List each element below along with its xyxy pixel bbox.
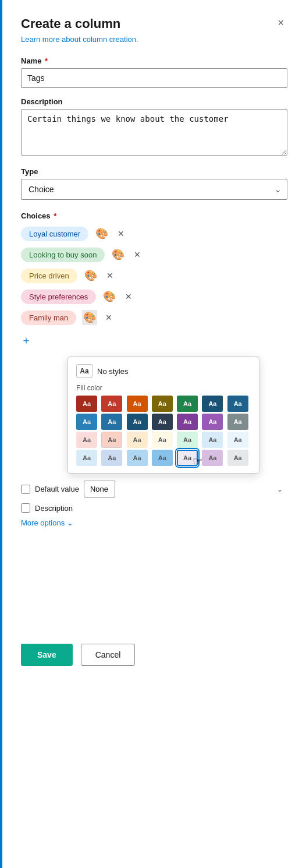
color-swatch[interactable]: Aa — [127, 432, 148, 448]
description-label: Description — [21, 97, 287, 106]
learn-more-link[interactable]: Learn more about column creation. — [21, 35, 287, 44]
no-style-badge[interactable]: Aa — [76, 364, 92, 378]
default-value-row: Default value None ⌄ — [21, 481, 287, 497]
name-label: Name * — [21, 57, 287, 65]
create-column-panel: Create a column × Learn more about colum… — [0, 0, 306, 868]
no-style-label: No styles — [97, 367, 128, 376]
default-select-wrapper: None ⌄ — [84, 481, 287, 497]
color-swatch[interactable]: Aa — [177, 396, 198, 412]
color-swatch[interactable]: Aa — [101, 396, 122, 412]
color-grid-row3: Aa Aa Aa Aa Aa Aa Aa — [76, 432, 251, 448]
color-swatch[interactable]: Aa — [76, 450, 97, 466]
type-select-wrapper: Choice Text Number Date ⌄ — [21, 179, 287, 200]
color-swatch[interactable]: Aa — [227, 450, 248, 466]
color-grid-row4: Aa Aa Aa Aa Aa Aa Aa — [76, 450, 251, 466]
choice-row: Family man 🎨 ✕ — [21, 310, 287, 325]
color-swatch[interactable]: Aa — [127, 396, 148, 412]
more-options-label: More options — [21, 518, 65, 527]
fill-color-label: Fill color — [76, 384, 251, 392]
color-swatch[interactable]: Aa — [227, 396, 248, 412]
palette-icon[interactable]: 🎨 — [94, 226, 109, 241]
choices-label: Choices * — [21, 211, 287, 220]
choice-row: Style preferences 🎨 ✕ — [21, 289, 287, 304]
color-swatch[interactable]: Aa — [76, 432, 97, 448]
type-select[interactable]: Choice Text Number Date — [21, 179, 287, 200]
choice-tag: Looking to buy soon — [21, 248, 105, 262]
color-swatch-selected[interactable]: Aa — [177, 450, 198, 466]
palette-icon-active[interactable]: 🎨 — [82, 310, 97, 325]
cancel-button[interactable]: Cancel — [81, 644, 136, 666]
color-swatch[interactable]: Aa — [152, 396, 173, 412]
color-swatch[interactable]: Aa — [202, 396, 223, 412]
default-value-label: Default value — [35, 485, 79, 493]
color-swatch[interactable]: Aa — [152, 414, 173, 430]
default-select-chevron-icon: ⌄ — [277, 485, 283, 493]
remove-choice-button[interactable]: ✕ — [123, 291, 134, 302]
description-checkbox-row: Description — [21, 503, 287, 513]
color-swatch[interactable]: Aa — [227, 432, 248, 448]
description-checkbox-label: Description — [35, 504, 73, 513]
choice-row: Loyal customer 🎨 ✕ — [21, 226, 287, 241]
color-swatch[interactable]: Aa — [202, 414, 223, 430]
palette-icon[interactable]: 🎨 — [83, 268, 98, 283]
name-input[interactable] — [21, 68, 287, 88]
panel-title: Create a column — [21, 16, 120, 31]
type-label: Type — [21, 167, 287, 176]
more-options-chevron-icon: ⌄ — [67, 518, 73, 527]
palette-icon[interactable]: 🎨 — [102, 289, 117, 304]
color-swatch[interactable]: Aa — [76, 396, 97, 412]
save-button[interactable]: Save — [21, 644, 73, 666]
close-button[interactable]: × — [274, 16, 287, 29]
color-swatch[interactable]: Aa — [177, 414, 198, 430]
choice-tag: Style preferences — [21, 290, 96, 304]
remove-choice-button[interactable]: ✕ — [115, 228, 127, 239]
color-swatch[interactable]: Aa — [127, 450, 148, 466]
color-swatch[interactable]: Aa — [127, 414, 148, 430]
remove-choice-button[interactable]: ✕ — [131, 249, 143, 260]
add-icon: ＋ — [21, 333, 31, 347]
color-swatch[interactable]: Aa — [101, 450, 122, 466]
default-value-checkbox[interactable] — [21, 485, 30, 494]
choice-row: Price driven 🎨 ✕ — [21, 268, 287, 283]
color-swatch[interactable]: Aa — [101, 414, 122, 430]
color-grid-row2: Aa Aa Aa Aa Aa Aa Aa — [76, 414, 251, 430]
no-style-row: Aa No styles — [76, 364, 251, 378]
add-choice-row[interactable]: ＋ — [21, 333, 287, 347]
color-swatch[interactable]: Aa — [152, 450, 173, 466]
footer-buttons: Save Cancel — [21, 644, 287, 666]
color-swatch[interactable]: Aa — [227, 414, 248, 430]
color-grid-row1: Aa Aa Aa Aa Aa Aa Aa — [76, 396, 251, 412]
description-checkbox[interactable] — [21, 503, 30, 513]
more-options-row[interactable]: More options ⌄ — [21, 518, 287, 527]
description-textarea[interactable]: Certain things we know about the custome… — [21, 109, 287, 156]
panel-header: Create a column × — [21, 16, 287, 31]
footer-section: Save Cancel — [21, 644, 287, 666]
remove-choice-button[interactable]: ✕ — [103, 312, 115, 323]
color-picker-popup: Aa No styles Fill color Aa Aa Aa Aa Aa A… — [67, 357, 259, 474]
choice-row: Looking to buy soon 🎨 ✕ — [21, 247, 287, 262]
choice-tag: Family man — [21, 310, 76, 325]
color-swatch[interactable]: Aa — [202, 432, 223, 448]
color-swatch[interactable]: Aa — [177, 432, 198, 448]
color-swatch[interactable]: Aa — [152, 432, 173, 448]
color-swatch[interactable]: Aa — [76, 414, 97, 430]
choices-section: Choices * Loyal customer 🎨 ✕ Looking to … — [21, 211, 287, 325]
choice-tag: Loyal customer — [21, 227, 88, 241]
remove-choice-button[interactable]: ✕ — [104, 270, 116, 281]
color-swatch[interactable]: Aa — [101, 432, 122, 448]
palette-icon[interactable]: 🎨 — [111, 247, 126, 262]
color-swatch[interactable]: Aa — [202, 450, 223, 466]
choice-tag: Price driven — [21, 269, 77, 283]
default-select[interactable]: None — [84, 481, 115, 497]
